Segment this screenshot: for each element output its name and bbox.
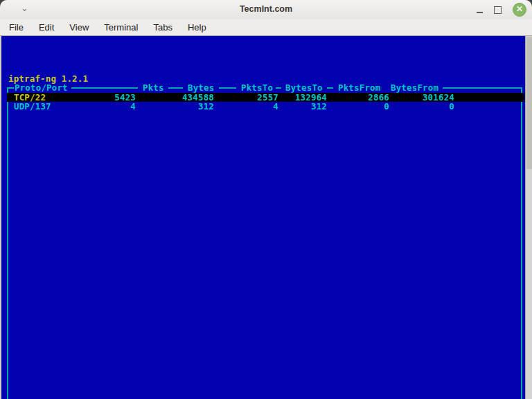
maximize-button[interactable] xyxy=(494,6,502,14)
row-bytesfrom: 0 xyxy=(402,102,454,111)
minimize-button[interactable] xyxy=(477,12,483,13)
window-controls: ✕ xyxy=(477,0,526,19)
header-rule xyxy=(327,87,333,89)
col-header-bytes: Bytes xyxy=(188,83,214,92)
header-rule xyxy=(219,87,236,89)
menu-item-tabs[interactable]: Tabs xyxy=(145,20,179,35)
header-rule xyxy=(443,87,521,89)
row-pkts: 4 xyxy=(83,102,136,111)
menu-bar: File Edit View Terminal Tabs Help xyxy=(0,19,532,36)
row-bytesto: 312 xyxy=(274,102,327,111)
terminal-screen[interactable]: iptraf-ng 1.2.1 Proto/Port Pkts Bytes Pk… xyxy=(0,36,525,399)
col-header-bytesfrom: BytesFrom xyxy=(391,83,438,92)
scrollbar-thumb[interactable] xyxy=(526,37,532,169)
header-rule xyxy=(7,87,14,89)
row-bytes: 312 xyxy=(161,102,214,111)
close-button[interactable]: ✕ xyxy=(513,3,526,17)
row-bytesfrom: 301624 xyxy=(402,93,454,102)
row-pktsto: 2557 xyxy=(226,93,278,102)
menu-item-view[interactable]: View xyxy=(62,20,96,35)
col-header-pkts: Pkts xyxy=(143,83,164,92)
titlebar[interactable]: ⌄ TecmInt.com ✕ xyxy=(0,0,532,20)
row-pktsto: 4 xyxy=(226,102,278,111)
col-header-proto-port: Proto/Port xyxy=(15,83,68,92)
terminal-window: ⌄ TecmInt.com ✕ File Edit View Terminal … xyxy=(0,0,532,399)
col-header-pktsto: PktsTo xyxy=(241,83,273,92)
header-rule xyxy=(168,87,183,89)
menu-item-edit[interactable]: Edit xyxy=(31,20,62,35)
row-pktsfrom: 0 xyxy=(337,102,389,111)
table-border-right xyxy=(521,87,522,399)
table-border-left xyxy=(7,87,8,399)
window-title: TecmInt.com xyxy=(0,4,532,14)
terminal-scrollbar[interactable] xyxy=(525,36,532,399)
menu-item-file[interactable]: File xyxy=(1,20,31,35)
menu-item-terminal[interactable]: Terminal xyxy=(96,20,145,35)
row-pkts: 5423 xyxy=(83,93,136,102)
row-proto: UDP/137 xyxy=(14,102,51,111)
col-header-bytesto: BytesTo xyxy=(285,83,323,92)
menu-item-help[interactable]: Help xyxy=(180,20,214,35)
col-header-pktsfrom: PktsFrom xyxy=(338,83,380,92)
header-rule xyxy=(71,87,138,89)
header-rule xyxy=(276,87,281,89)
row-pktsfrom: 2866 xyxy=(337,93,389,102)
